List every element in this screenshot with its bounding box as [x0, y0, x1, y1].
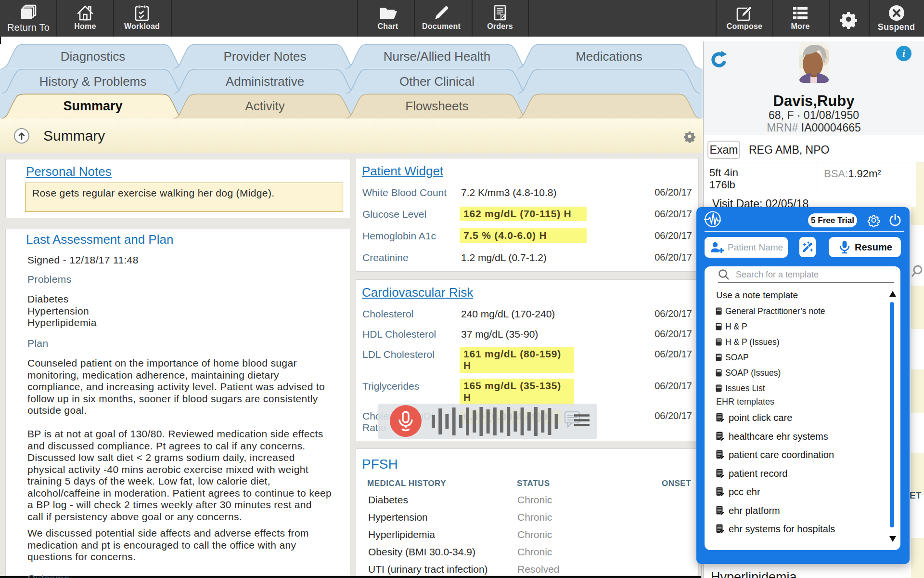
svg-text:History & Problems: History & Problems — [39, 74, 147, 89]
svg-text:Activity: Activity — [245, 99, 284, 113]
svg-text:Administrative: Administrative — [226, 74, 304, 89]
svg-text:Diagnostics: Diagnostics — [61, 49, 125, 64]
svg-text:Other Clinical: Other Clinical — [399, 74, 475, 89]
svg-text:Provider Notes: Provider Notes — [224, 49, 307, 64]
svg-text:Nurse/Allied Health: Nurse/Allied Health — [384, 49, 491, 64]
svg-text:Flowsheets: Flowsheets — [405, 99, 469, 113]
svg-text:Summary: Summary — [63, 99, 122, 113]
svg-text:Medications: Medications — [576, 49, 642, 64]
